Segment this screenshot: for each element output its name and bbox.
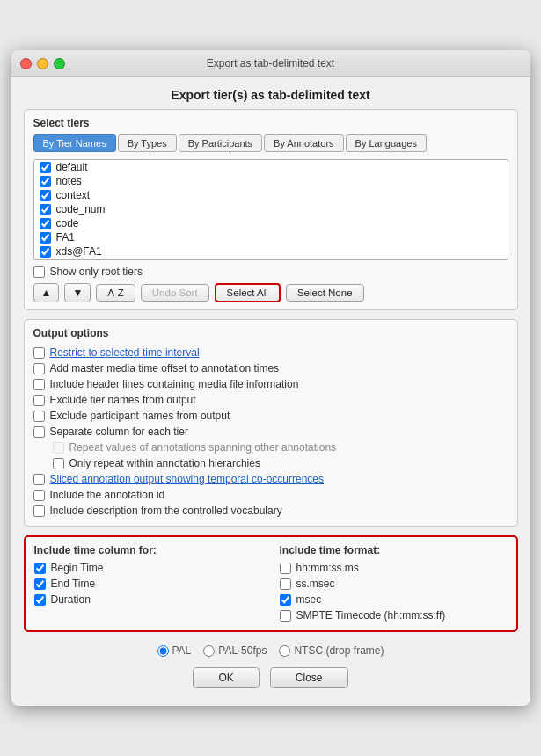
titlebar-title: Export as tab-delimited text	[207, 57, 334, 69]
tab-by-languages[interactable]: By Languages	[346, 134, 427, 152]
time-checkbox-smpte[interactable]	[280, 610, 291, 622]
move-up-button[interactable]: ▲	[33, 283, 60, 302]
close-dialog-button[interactable]: Close	[270, 667, 348, 688]
time-checkbox-duration[interactable]	[34, 594, 46, 606]
time-format-option: hh:mm:ss.ms	[280, 560, 508, 576]
time-col-right: Include time format: hh:mm:ss.ms ss.msec…	[280, 544, 508, 623]
ntsc-radio[interactable]	[279, 645, 290, 657]
option-row: Include header lines containing media fi…	[33, 376, 508, 392]
list-item[interactable]: code	[34, 216, 508, 230]
tab-by-participants[interactable]: By Participants	[179, 134, 262, 152]
tier-label-xds-fa1: xds@FA1	[56, 245, 102, 258]
option-row: Restrict to selected time interval	[33, 345, 508, 360]
list-item[interactable]: context	[34, 188, 508, 202]
pal-option[interactable]: PAL	[157, 644, 192, 657]
minimize-button[interactable]	[37, 58, 48, 69]
option-label-header-lines: Include header lines containing media fi…	[50, 378, 299, 390]
option-checkbox-annotation-id[interactable]	[33, 490, 45, 501]
tab-by-annotators[interactable]: By Annotators	[264, 134, 344, 152]
time-format-title: Include time format:	[280, 544, 508, 556]
option-label-separate-column: Separate column for each tier	[50, 425, 188, 438]
select-none-button[interactable]: Select None	[286, 284, 364, 302]
option-row: Exclude tier names from output	[33, 392, 508, 408]
option-checkbox-repeat-values[interactable]	[53, 442, 64, 454]
option-row: Separate column for each tier	[33, 424, 508, 440]
option-label-master-media: Add master media time offset to annotati…	[50, 362, 280, 374]
option-row: Exclude participant names from output	[33, 408, 508, 424]
option-checkbox-separate-column[interactable]	[33, 426, 45, 438]
tab-by-types[interactable]: By Types	[118, 134, 177, 152]
time-checkbox-begin[interactable]	[34, 563, 46, 574]
option-row: Sliced annotation output showing tempora…	[33, 471, 508, 487]
time-checkbox-end[interactable]	[34, 578, 46, 590]
close-button[interactable]	[20, 58, 32, 69]
pal-radio[interactable]	[157, 645, 169, 657]
output-options-label: Output options	[33, 327, 508, 339]
option-checkbox-exclude-tier-names[interactable]	[33, 395, 45, 406]
tab-by-tier-names[interactable]: By Tier Names	[33, 134, 116, 152]
time-label-end: End Time	[51, 578, 96, 590]
list-item[interactable]: default	[34, 160, 508, 174]
time-format-option: msec	[280, 592, 508, 607]
option-row: Include description from the controlled …	[33, 503, 508, 519]
option-checkbox-header-lines[interactable]	[33, 379, 45, 390]
time-col-title: Include time column for:	[34, 544, 262, 556]
time-label-duration: Duration	[51, 593, 91, 606]
pal-50fps-option[interactable]: PAL-50fps	[203, 644, 267, 657]
tier-list[interactable]: default notes context code_num code	[33, 159, 508, 260]
option-label-controlled-vocab: Include description from the controlled …	[50, 505, 282, 517]
time-label-msec: msec	[296, 593, 322, 606]
select-tiers-section: Select tiers By Tier Names By Types By P…	[24, 109, 518, 310]
maximize-button[interactable]	[54, 58, 65, 69]
tier-checkbox-code-num[interactable]	[40, 204, 51, 215]
pal-label: PAL	[172, 644, 192, 657]
option-checkbox-sliced[interactable]	[33, 474, 45, 485]
select-all-button[interactable]: Select All	[215, 283, 281, 302]
list-item[interactable]: xds@FA1	[34, 244, 508, 258]
time-option: Begin Time	[34, 560, 262, 576]
tier-label-context: context	[56, 189, 91, 201]
time-format-option: ss.msec	[280, 576, 508, 592]
tier-checkbox-context[interactable]	[40, 190, 51, 201]
option-label-sliced: Sliced annotation output showing tempora…	[50, 473, 325, 485]
time-option: End Time	[34, 576, 262, 592]
list-item[interactable]: code_num	[34, 202, 508, 216]
show-root-row: Show only root tiers	[33, 265, 508, 278]
time-checkbox-ssmsec[interactable]	[280, 578, 291, 590]
titlebar: Export as tab-delimited text	[11, 50, 530, 77]
time-checkbox-hhmmss[interactable]	[280, 563, 291, 574]
tier-checkbox-fa1[interactable]	[40, 232, 51, 244]
ntsc-option[interactable]: NTSC (drop frame)	[279, 644, 384, 657]
option-checkbox-controlled-vocab[interactable]	[33, 505, 45, 517]
option-checkbox-restrict[interactable]	[33, 347, 45, 359]
tier-checkbox-default[interactable]	[40, 162, 51, 173]
option-label-annotation-id: Include the annotation id	[50, 489, 165, 501]
tier-checkbox-notes[interactable]	[40, 176, 51, 187]
list-item[interactable]: notes	[34, 174, 508, 188]
output-options-section: Output options Restrict to selected time…	[24, 319, 518, 527]
undo-sort-button[interactable]: Undo Sort	[141, 284, 209, 302]
option-checkbox-exclude-participant[interactable]	[33, 411, 45, 422]
time-label-hhmmss: hh:mm:ss.ms	[296, 562, 359, 574]
tier-checkbox-code[interactable]	[40, 218, 51, 229]
az-sort-button[interactable]: A-Z	[96, 284, 135, 302]
time-checkbox-msec[interactable]	[280, 594, 291, 606]
pal-50fps-label: PAL-50fps	[218, 644, 267, 657]
pal-50fps-radio[interactable]	[203, 645, 215, 657]
select-tiers-label: Select tiers	[33, 117, 508, 129]
time-section: Include time column for: Begin Time End …	[24, 535, 518, 632]
tier-label-fa1: FA1	[56, 231, 75, 244]
option-label-only-repeat: Only repeat within annotation hierarchie…	[69, 457, 260, 469]
time-inner: Include time column for: Begin Time End …	[34, 544, 508, 623]
tier-label-code-num: code_num	[56, 203, 106, 215]
option-checkbox-master-media[interactable]	[33, 363, 45, 374]
time-col-left: Include time column for: Begin Time End …	[34, 544, 262, 623]
move-down-button[interactable]: ▼	[64, 283, 91, 302]
option-label-repeat-values: Repeat values of annotations spanning ot…	[69, 441, 337, 454]
show-root-checkbox[interactable]	[33, 266, 45, 278]
ok-button[interactable]: OK	[193, 667, 259, 688]
option-checkbox-only-repeat[interactable]	[53, 458, 64, 469]
list-item[interactable]: FA1	[34, 230, 508, 244]
option-row: Repeat values of annotations spanning ot…	[33, 440, 508, 455]
tier-checkbox-xds-fa1[interactable]	[40, 246, 51, 258]
